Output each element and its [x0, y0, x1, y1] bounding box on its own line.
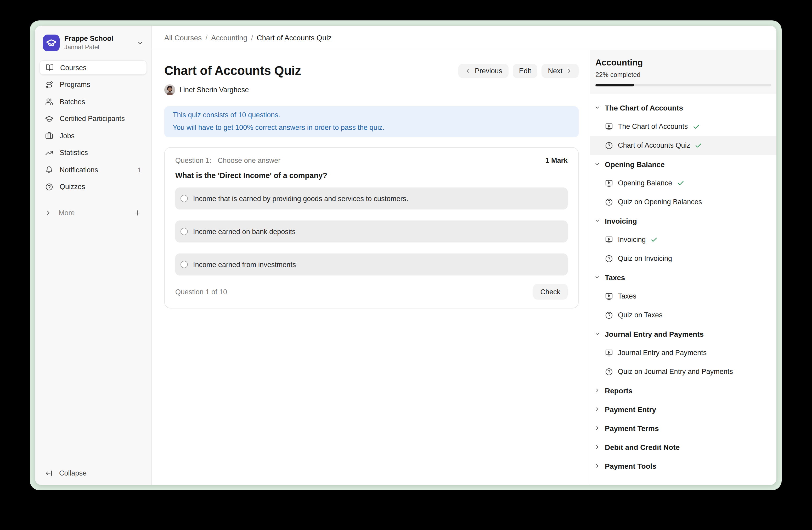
sidebar-item-programs[interactable]: Programs — [39, 77, 147, 92]
lesson-title: Quiz on Opening Balances — [618, 198, 702, 206]
chevron-right-icon — [594, 388, 600, 393]
lesson-row[interactable]: Journal Entry and Payments — [590, 343, 777, 362]
sidebar-item-jobs[interactable]: Jobs — [39, 128, 147, 143]
plus-icon[interactable] — [133, 209, 141, 217]
sidebar-item-courses[interactable]: Courses — [39, 60, 147, 75]
chapter-row[interactable]: The Chart of Accounts — [590, 98, 777, 117]
chevron-down-icon — [136, 39, 144, 46]
chapter-title: Payment Tools — [605, 462, 656, 470]
chapter-row[interactable]: Debit and Credit Note — [590, 437, 777, 457]
sidebar-item-batches[interactable]: Batches — [39, 94, 147, 109]
chapter-title: Invoicing — [605, 217, 637, 225]
monitor-play-icon — [605, 349, 613, 357]
sidebar-more[interactable]: More — [39, 206, 147, 220]
answer-option[interactable]: Income that is earned by providing goods… — [175, 187, 568, 209]
chapter-row[interactable]: Journal Entry and Payments — [590, 324, 777, 343]
check-button[interactable]: Check — [533, 284, 568, 299]
author-avatar — [164, 84, 175, 95]
answer-option[interactable]: Income earned from investments — [175, 253, 568, 276]
chapter-title: Opening Balance — [605, 160, 665, 168]
chevron-right-icon — [45, 209, 52, 216]
next-button[interactable]: Next — [541, 64, 579, 78]
monitor-play-icon — [605, 179, 613, 187]
notice-line-1: This quiz consists of 10 questions. — [173, 109, 570, 122]
chevron-down-icon — [594, 331, 600, 337]
sidebar-item-notifications[interactable]: Notifications 1 — [39, 162, 147, 177]
chapter-row[interactable]: Invoicing — [590, 211, 777, 230]
check-icon — [695, 142, 702, 149]
answer-option-label: Income that is earned by providing goods… — [193, 195, 408, 203]
sidebar-item-label: Jobs — [60, 132, 75, 140]
chevron-right-icon — [594, 425, 600, 431]
monitor-play-icon — [605, 292, 613, 301]
quiz-notice: This quiz consists of 10 questions. You … — [164, 106, 579, 137]
author-name: Linet Sherin Varghese — [179, 86, 249, 94]
lesson-title: Quiz on Taxes — [618, 311, 663, 319]
lesson-row[interactable]: Quiz on Invoicing — [590, 249, 777, 268]
question-text: What is the 'Direct Income' of a company… — [175, 171, 568, 180]
author-row: Linet Sherin Varghese — [164, 84, 579, 95]
chapter-title: Reports — [605, 386, 633, 395]
chevron-right-icon — [566, 68, 572, 74]
lesson-row[interactable]: The Chart of Accounts — [590, 117, 777, 136]
chapter-row[interactable]: Payment Entry — [590, 400, 777, 419]
help-circle-icon — [605, 367, 613, 376]
lesson-row-active[interactable]: Chart of Accounts Quiz — [590, 136, 777, 155]
radio-button-icon[interactable] — [180, 261, 188, 268]
lesson-row[interactable]: Opening Balance — [590, 173, 777, 193]
chapter-row[interactable]: Taxes — [590, 268, 777, 287]
progress-fill — [595, 84, 634, 86]
answer-option-label: Income earned on bank deposits — [193, 227, 295, 235]
workspace-switcher[interactable]: Frappe School Jannat Patel — [35, 26, 151, 51]
course-title: Accounting — [595, 58, 771, 68]
next-label: Next — [548, 67, 563, 75]
help-circle-icon — [605, 141, 613, 150]
lesson-title: The Chart of Accounts — [618, 123, 688, 130]
lesson-row[interactable]: Taxes — [590, 287, 777, 306]
page-title: Chart of Accounts Quiz — [164, 64, 301, 78]
chevron-left-icon — [465, 68, 471, 74]
question-card: Question 1: Choose one answer 1 Mark Wha… — [164, 147, 579, 308]
sidebar-item-quizzes[interactable]: Quizzes — [39, 179, 147, 194]
bell-icon — [45, 166, 53, 174]
answer-option[interactable]: Income earned on bank deposits — [175, 221, 568, 242]
chapter-row[interactable]: Opening Balance — [590, 155, 777, 173]
breadcrumb-accounting[interactable]: Accounting — [211, 33, 247, 42]
sidebar-item-label: Certified Participants — [60, 115, 125, 123]
breadcrumb-separator: / — [205, 33, 207, 42]
quiz-main: Chart of Accounts Quiz Previous Edit — [152, 50, 590, 485]
question-instruction: Choose one answer — [218, 157, 280, 165]
sidebar-collapse-button[interactable]: Collapse — [35, 462, 151, 485]
breadcrumb-all-courses[interactable]: All Courses — [164, 33, 202, 42]
chevron-right-icon — [594, 444, 600, 450]
help-circle-icon — [605, 198, 613, 206]
chapter-row[interactable]: Payment Tools — [590, 457, 777, 475]
app-window-frame: Frappe School Jannat Patel — [30, 20, 782, 490]
sidebar-item-label: Programs — [60, 81, 90, 88]
chapter-title: Debit and Credit Note — [605, 443, 680, 451]
edit-button[interactable]: Edit — [513, 64, 538, 78]
lesson-title: Quiz on Journal Entry and Payments — [618, 368, 733, 376]
breadcrumb-current: Chart of Accounts Quiz — [257, 33, 331, 42]
lesson-title: Quiz on Invoicing — [618, 254, 672, 262]
lesson-row[interactable]: Quiz on Opening Balances — [590, 193, 777, 211]
chapter-row[interactable]: Reports — [590, 381, 777, 400]
chevron-right-icon — [594, 406, 600, 412]
sidebar-item-label: Quizzes — [60, 183, 85, 191]
question-progress: Question 1 of 10 — [175, 288, 227, 296]
chapter-row[interactable]: Payment Terms — [590, 419, 777, 437]
radio-button-icon[interactable] — [180, 228, 188, 235]
sidebar-item-statistics[interactable]: Statistics — [39, 145, 147, 160]
lesson-row[interactable]: Invoicing — [590, 230, 777, 249]
radio-button-icon[interactable] — [180, 195, 188, 202]
sidebar-more-label: More — [59, 209, 75, 217]
graduation-cap-icon — [46, 38, 57, 48]
left-sidebar: Frappe School Jannat Patel — [35, 26, 152, 485]
sidebar-item-certified-participants[interactable]: Certified Participants — [39, 111, 147, 126]
workspace-user: Jannat Patel — [64, 43, 136, 51]
lesson-row[interactable]: Quiz on Taxes — [590, 306, 777, 324]
lesson-row[interactable]: Quiz on Journal Entry and Payments — [590, 362, 777, 381]
sidebar-item-label: Notifications — [60, 166, 98, 173]
lms-app: Frappe School Jannat Patel — [35, 26, 777, 485]
previous-button[interactable]: Previous — [459, 64, 509, 78]
